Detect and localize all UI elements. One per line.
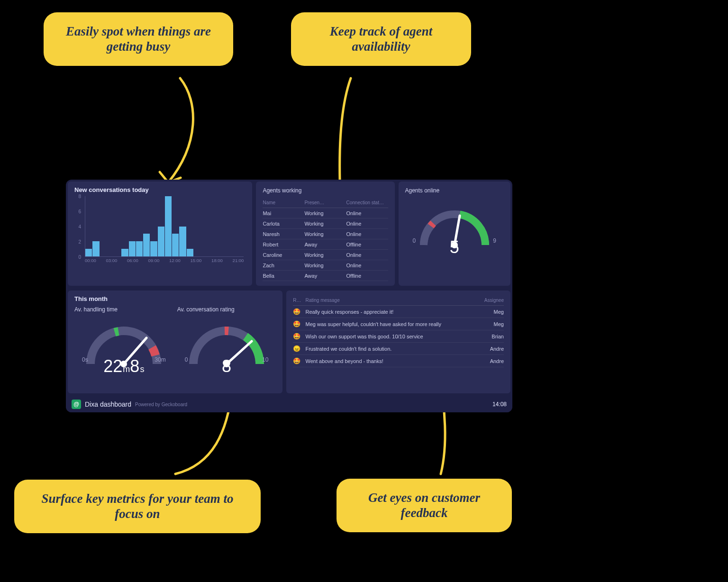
- col-connection: Connection stat…: [346, 200, 388, 205]
- table-row: 🤩Meg was super helpful, couldn't have as…: [293, 318, 504, 330]
- rating-emoji-icon: 😠: [293, 345, 305, 352]
- bar: [136, 241, 143, 256]
- card-title: New conversations today: [74, 186, 246, 193]
- feedback-table: R… Rating message Assignee 🤩Really quick…: [293, 295, 504, 367]
- bar: [121, 249, 128, 256]
- card-agents-working: Agents working Name Presen… Connection s…: [256, 182, 394, 286]
- bar: [129, 241, 136, 256]
- col-presence: Presen…: [304, 200, 346, 205]
- bar: [165, 196, 172, 256]
- table-row: 🤩Really quick responses - appreciate it!…: [293, 306, 504, 318]
- col-assignee: Assignee: [464, 298, 504, 303]
- dashboard-window: New conversations today 02468 00:0003:00…: [66, 180, 512, 412]
- table-header: R… Rating message Assignee: [293, 295, 504, 306]
- annotation-busy: Easily spot when things are getting busy: [44, 12, 233, 66]
- bar-chart: 02468 00:0003:0006:0009:0012:0015:0018:0…: [74, 196, 246, 267]
- bar: [158, 227, 164, 257]
- table-row: ZachWorkingOnline: [263, 260, 388, 271]
- gauge-value: 8: [177, 356, 276, 376]
- powered-by: Powered by Geckoboard: [135, 402, 187, 407]
- bar: [172, 234, 179, 256]
- arrow-busy-icon: [142, 73, 218, 192]
- clock: 14:08: [492, 401, 507, 408]
- brand-icon: @: [72, 400, 81, 409]
- card-feedback: R… Rating message Assignee 🤩Really quick…: [286, 291, 510, 393]
- card-this-month: This month Av. handling time: [68, 291, 282, 393]
- rating-emoji-icon: 🤩: [293, 333, 305, 340]
- agents-table: Name Presen… Connection stat… MaiWorking…: [263, 198, 388, 281]
- rating-emoji-icon: 🤩: [293, 357, 305, 364]
- bar: [179, 227, 186, 257]
- table-row: RobertAwayOffline: [263, 239, 388, 250]
- gauge-agents-online: 0 9 5: [405, 198, 504, 255]
- table-row: 🤩Wish our own support was this good. 10/…: [293, 330, 504, 343]
- card-title: Agents online: [405, 187, 504, 194]
- gauge-value: 5: [405, 237, 504, 257]
- gauge-title-rating: Av. conversation rating: [177, 306, 276, 313]
- bar: [92, 241, 99, 256]
- table-row: CarlotaWorkingOnline: [263, 218, 388, 229]
- table-row: 😠Frustrated we couldn't find a solution.…: [293, 343, 504, 355]
- col-name: Name: [263, 200, 304, 205]
- bar: [187, 249, 193, 256]
- col-rating: R…: [293, 298, 305, 303]
- annotation-availability: Keep track of agent availability: [291, 12, 471, 66]
- table-row: MaiWorkingOnline: [263, 208, 388, 218]
- card-agents-online: Agents online 0 9: [399, 182, 511, 286]
- dashboard-footer: @ Dixa dashboard Powered by Geckoboard 1…: [66, 396, 512, 412]
- gauge-title-handling: Av. handling time: [74, 306, 173, 313]
- gauge-value: 22m8s: [74, 356, 173, 376]
- bar: [143, 234, 150, 256]
- bar: [85, 249, 92, 256]
- annotation-metrics: Surface key metrics for your team to foc…: [14, 480, 261, 533]
- card-title: Agents working: [263, 187, 388, 194]
- dashboard-name: Dixa dashboard: [85, 400, 131, 408]
- rating-emoji-icon: 🤩: [293, 320, 305, 327]
- gauge-handling-time: 0s 30m 22m8s: [74, 317, 173, 373]
- annotation-feedback: Get eyes on customer feedback: [337, 479, 512, 532]
- gauge-rating: 0 10 8: [177, 317, 276, 373]
- table-row: 🤩Went above and beyond - thanks!Andre: [293, 355, 504, 367]
- card-title: This month: [74, 295, 276, 302]
- table-row: CarolineWorkingOnline: [263, 250, 388, 260]
- card-new-conversations: New conversations today 02468 00:0003:00…: [68, 182, 252, 286]
- rating-emoji-icon: 🤩: [293, 308, 305, 315]
- table-row: NareshWorkingOnline: [263, 229, 388, 239]
- bar: [150, 241, 157, 256]
- col-message: Rating message: [305, 298, 464, 303]
- table-row: BellaAwayOffline: [263, 271, 388, 281]
- table-header: Name Presen… Connection stat…: [263, 198, 388, 208]
